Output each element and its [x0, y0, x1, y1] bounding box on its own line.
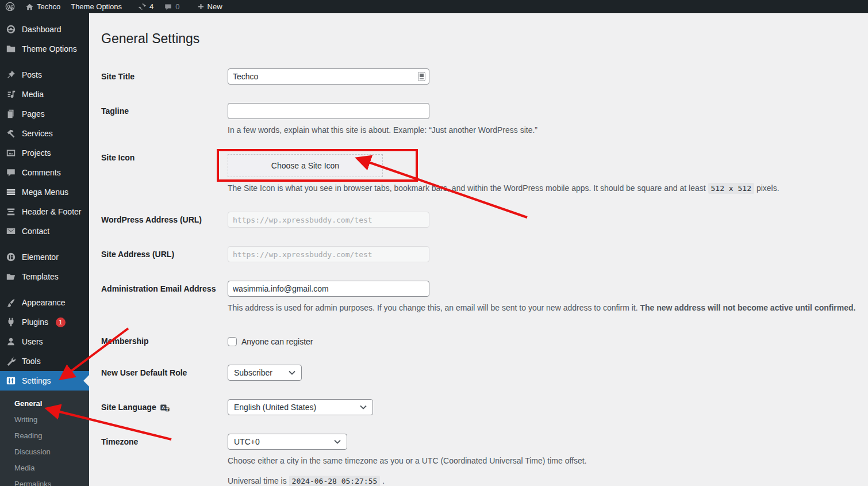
admin-email-row: Administration Email Address This addres…: [101, 281, 868, 313]
submenu-item-discussion[interactable]: Discussion: [0, 444, 89, 460]
default-role-label: New User Default Role: [101, 365, 228, 381]
plus-icon: [197, 3, 205, 10]
comment-bubble-icon: [164, 3, 172, 11]
anyone-can-register-checkbox[interactable]: [228, 337, 237, 346]
open-folder-icon: [5, 271, 17, 282]
portfolio-icon: [5, 147, 17, 159]
universal-time-code: 2024-06-28 05:27:55: [289, 476, 381, 486]
sidebar-item-tools[interactable]: Tools: [0, 351, 89, 371]
wordpress-address-row: WordPress Address (URL): [101, 212, 868, 228]
timezone-help: Choose either a city in the same timezon…: [228, 455, 868, 466]
sidebar-item-pages[interactable]: Pages: [0, 104, 89, 124]
new-content-button[interactable]: New: [192, 0, 228, 13]
admin-bar-site-name: Techco: [37, 2, 60, 11]
wrench-icon: [5, 355, 17, 367]
timezone-select[interactable]: UTC+0: [228, 434, 347, 450]
submenu-item-media[interactable]: Media: [0, 460, 89, 476]
sidebar-item-dashboard[interactable]: Dashboard: [0, 20, 89, 39]
site-menu-button[interactable]: Techco: [20, 0, 66, 13]
sidebar-item-header-footer[interactable]: Header & Footer: [0, 202, 89, 221]
sidebar-item-services[interactable]: Services: [0, 124, 89, 143]
admin-email-input[interactable]: [228, 281, 429, 297]
chevron-down-icon: [289, 370, 295, 375]
site-title-input[interactable]: [228, 68, 429, 85]
user-icon: [5, 336, 17, 347]
admin-email-label: Administration Email Address: [101, 281, 228, 313]
envelope-icon: [5, 225, 17, 237]
svg-text:文: 文: [165, 407, 169, 411]
menu-bars-icon: [5, 186, 17, 198]
anyone-can-register-label: Anyone can register: [241, 337, 313, 346]
membership-label: Membership: [101, 335, 228, 346]
page-title: General Settings: [101, 30, 868, 47]
settings-submenu: General Writing Reading Discussion Media…: [0, 391, 89, 486]
comments-button[interactable]: 0: [159, 0, 185, 13]
update-icon: [138, 2, 147, 11]
timezone-label: Timezone: [101, 434, 228, 486]
timezone-row: Timezone UTC+0 Choose either a city in t…: [101, 434, 868, 486]
admin-email-help: This address is used for admin purposes.…: [228, 302, 868, 313]
sidebar-item-theme-options[interactable]: Theme Options: [0, 39, 89, 59]
sidebar-item-contact[interactable]: Contact: [0, 221, 89, 241]
icon-size-code: 512 x 512: [708, 183, 754, 194]
wordpress-logo-icon: [5, 2, 15, 12]
folder-icon: [5, 43, 17, 55]
universal-time-line: Universal time is 2024-06-28 05:27:55 .: [228, 475, 868, 486]
paintbrush-icon: [5, 297, 17, 308]
site-icon-label: Site Icon: [101, 150, 228, 194]
admin-sidebar: Dashboard Theme Options Posts Media Pag: [0, 13, 89, 486]
autofill-icon: [418, 72, 425, 83]
sidebar-item-media[interactable]: Media: [0, 85, 89, 104]
pushpin-icon: [5, 69, 17, 81]
default-role-row: New User Default Role Subscriber: [101, 365, 868, 381]
home-icon: [25, 3, 34, 11]
svg-text:A: A: [162, 405, 165, 410]
choose-site-icon-button[interactable]: Choose a Site Icon: [228, 154, 383, 177]
hammer-icon: [5, 128, 17, 139]
chevron-down-icon: [360, 405, 367, 410]
submenu-item-writing[interactable]: Writing: [0, 412, 89, 428]
sidebar-item-comments[interactable]: Comments: [0, 163, 89, 182]
update-count: 4: [149, 2, 153, 11]
plugins-update-badge: 1: [56, 317, 66, 327]
sidebar-item-appearance[interactable]: Appearance: [0, 293, 89, 312]
submenu-item-permalinks[interactable]: Permalinks: [0, 476, 89, 486]
membership-row: Membership Anyone can register: [101, 335, 868, 346]
dashboard-icon: [5, 24, 17, 35]
admin-bar: Techco Theme Options 4 0 New: [0, 0, 868, 13]
sidebar-item-settings[interactable]: Settings: [0, 371, 89, 391]
site-title-row: Site Title: [101, 68, 868, 85]
header-footer-icon: [5, 206, 17, 217]
pages-icon: [5, 108, 17, 120]
sidebar-item-mega-menus[interactable]: Mega Menus: [0, 182, 89, 202]
tagline-row: Tagline In a few words, explain what thi…: [101, 103, 868, 136]
site-address-input: [228, 246, 429, 262]
translate-icon: A 文: [160, 403, 170, 412]
site-title-label: Site Title: [101, 68, 228, 85]
default-role-select[interactable]: Subscriber: [228, 365, 302, 381]
updates-button[interactable]: 4: [133, 0, 159, 13]
theme-options-button[interactable]: Theme Options: [66, 0, 127, 13]
wordpress-logo-button[interactable]: [0, 0, 20, 13]
sidebar-item-elementor[interactable]: Elementor: [0, 247, 89, 267]
submenu-item-general[interactable]: General: [0, 396, 89, 412]
sidebar-item-plugins[interactable]: Plugins 1: [0, 312, 89, 332]
site-address-label: Site Address (URL): [101, 246, 228, 262]
sidebar-item-projects[interactable]: Projects: [0, 143, 89, 163]
tagline-input[interactable]: [228, 103, 429, 119]
wordpress-address-input: [228, 212, 429, 228]
site-address-row: Site Address (URL): [101, 246, 868, 262]
sidebar-item-posts[interactable]: Posts: [0, 65, 89, 85]
sidebar-item-users[interactable]: Users: [0, 332, 89, 351]
site-language-row: Site Language A 文 English (United States…: [101, 399, 868, 415]
submenu-item-reading[interactable]: Reading: [0, 428, 89, 444]
chevron-down-icon: [334, 439, 341, 444]
plugin-icon: [5, 316, 17, 328]
tagline-help: In a few words, explain what this site i…: [228, 124, 868, 136]
comment-count: 0: [175, 2, 179, 11]
sidebar-item-templates[interactable]: Templates: [0, 267, 89, 286]
elementor-icon: [5, 251, 17, 263]
settings-sliders-icon: [5, 375, 17, 386]
tagline-label: Tagline: [101, 103, 228, 136]
site-language-select[interactable]: English (United States): [228, 399, 373, 415]
